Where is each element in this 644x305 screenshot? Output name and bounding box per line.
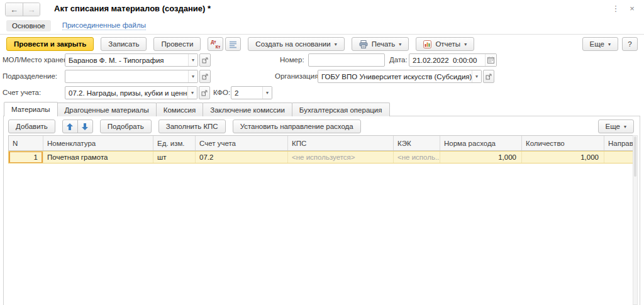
chevron-down-icon: ▾ xyxy=(399,42,401,47)
open-icon xyxy=(201,90,208,96)
mol-dropdown-icon[interactable]: ▾ xyxy=(188,54,197,66)
move-row-buttons xyxy=(62,119,93,133)
back-button[interactable]: ← xyxy=(6,3,23,16)
reports-button[interactable]: Отчеты▾ xyxy=(416,37,474,51)
date-label: Дата: xyxy=(389,56,408,64)
organization-field[interactable]: ГОБУ ВПО Университет искусств (Субсидия)… xyxy=(318,70,482,83)
kfo-label: КФО: xyxy=(213,89,230,96)
register-records-button[interactable] xyxy=(225,37,241,51)
close-button[interactable]: × xyxy=(626,3,638,14)
tab-materials[interactable]: Материалы xyxy=(4,102,58,116)
move-down-button[interactable] xyxy=(77,119,93,133)
header-separator xyxy=(0,34,644,35)
tab-main[interactable]: Основное xyxy=(6,20,51,31)
table-header-row: N Номенклатура Ед. изм. Счет учета КПС К… xyxy=(8,135,633,151)
materials-table: N Номенклатура Ед. изм. Счет учета КПС К… xyxy=(8,135,633,164)
cell-quantity[interactable]: 1,000 xyxy=(522,151,604,164)
pick-button[interactable]: Подобрать xyxy=(100,119,152,133)
add-row-button[interactable]: Добавить xyxy=(8,119,55,133)
account-dropdown-icon[interactable]: ▾ xyxy=(187,87,197,99)
calendar-icon[interactable] xyxy=(485,54,496,66)
organization-dropdown-icon[interactable]: ▾ xyxy=(472,70,481,82)
chevron-down-icon: ▾ xyxy=(608,42,611,47)
organization-label: Организация: xyxy=(275,72,321,80)
printer-icon xyxy=(359,40,368,48)
arrow-up-icon xyxy=(67,123,73,130)
cell-account[interactable]: 07.2 xyxy=(196,151,288,164)
account-open-button[interactable] xyxy=(199,86,210,99)
col-header-direction[interactable]: Направл xyxy=(604,136,633,150)
help-button[interactable]: ? xyxy=(622,37,638,51)
tab-accounting-operation[interactable]: Бухгалтерская операция xyxy=(292,103,390,116)
grid-more-button[interactable]: Еще▾ xyxy=(598,119,634,133)
kfo-field[interactable]: 2 ▾ xyxy=(231,86,272,99)
col-header-n[interactable]: N xyxy=(8,136,43,150)
scrollbar-thumb[interactable] xyxy=(634,136,636,177)
close-icon: × xyxy=(630,4,635,13)
account-field[interactable]: 07.2. Награды, призы, кубки и ценные под… xyxy=(65,86,197,99)
form-row-1: МОЛ/Место хранения: Баранов Ф. М. - Типо… xyxy=(0,53,644,67)
cell-nomenclature[interactable]: Почетная грамота xyxy=(43,151,153,164)
date-field[interactable]: 21.02.2022 0:00:00 xyxy=(409,53,497,67)
tab-precious-materials[interactable]: Драгоценные материалы xyxy=(57,103,157,116)
materials-tab-panel: Добавить Подобрать Заполнить КПС Установ… xyxy=(3,116,640,305)
department-label: Подразделение: xyxy=(3,72,57,80)
chevron-down-icon: ▾ xyxy=(464,42,467,47)
col-header-kps[interactable]: КПС xyxy=(288,136,394,150)
col-header-norm[interactable]: Норма расхода xyxy=(440,136,522,150)
tab-commission-conclusion[interactable]: Заключение комиссии xyxy=(203,103,292,116)
fill-kps-button[interactable]: Заполнить КПС xyxy=(158,119,226,133)
dtkt-icon: ДтКт xyxy=(211,40,220,49)
form-row-2: Подразделение: ▾ Организация: ГОБУ ВПО У… xyxy=(0,70,644,83)
chevron-down-icon: ▾ xyxy=(624,124,626,130)
create-based-on-button[interactable]: Создать на основании▾ xyxy=(248,37,344,51)
open-icon xyxy=(202,57,208,64)
table-vertical-scrollbar[interactable] xyxy=(633,135,638,305)
organization-open-button[interactable] xyxy=(483,70,494,83)
window-menu-button[interactable]: ⋮ xyxy=(610,3,621,14)
history-nav: ← → xyxy=(5,3,40,16)
cell-kek[interactable]: <не исполь... xyxy=(394,151,440,164)
post-and-close-button[interactable]: Провести и закрыть xyxy=(6,37,94,51)
arrow-down-icon xyxy=(82,123,88,130)
cell-norm[interactable]: 1,000 xyxy=(440,151,522,164)
col-header-quantity[interactable]: Количество xyxy=(522,136,604,150)
mol-field[interactable]: Баранов Ф. М. - Типография ▾ xyxy=(65,53,198,67)
department-dropdown-icon[interactable]: ▾ xyxy=(188,70,197,82)
grid-toolbar: Добавить Подобрать Заполнить КПС Установ… xyxy=(8,119,634,133)
doc-tab-strip: Материалы Драгоценные материалы Комиссия… xyxy=(4,102,640,116)
number-field[interactable] xyxy=(308,53,385,67)
department-field[interactable]: ▾ xyxy=(65,70,198,83)
post-button[interactable]: Провести xyxy=(153,37,201,51)
col-header-nomenclature[interactable]: Номенклатура xyxy=(43,136,153,150)
cell-kps[interactable]: <не используется> xyxy=(288,151,394,164)
print-button[interactable]: Печать▾ xyxy=(352,37,409,51)
cell-direction[interactable] xyxy=(604,151,633,164)
chevron-down-icon: ▾ xyxy=(335,42,337,47)
table-row[interactable]: 1 Почетная грамота шт 07.2 <не используе… xyxy=(8,151,633,164)
open-icon xyxy=(202,74,208,80)
forward-button[interactable]: → xyxy=(23,3,40,16)
show-postings-button[interactable]: ДтКт xyxy=(208,37,223,51)
mol-open-button[interactable] xyxy=(199,53,211,67)
tab-commission[interactable]: Комиссия xyxy=(156,103,204,116)
register-list-icon xyxy=(229,40,237,48)
department-open-button[interactable] xyxy=(199,70,211,83)
doc-icon-buttons: ДтКт xyxy=(208,37,241,51)
cell-unit[interactable]: шт xyxy=(153,151,196,164)
tab-attached-files[interactable]: Присоединенные файлы xyxy=(62,21,146,30)
move-up-button[interactable] xyxy=(62,119,78,133)
more-button[interactable]: Еще▾ xyxy=(582,37,618,51)
col-header-kek[interactable]: КЭК xyxy=(394,136,440,150)
open-icon xyxy=(486,74,492,80)
kfo-dropdown-icon[interactable]: ▾ xyxy=(262,87,272,99)
set-direction-button[interactable]: Установить направление расхода xyxy=(233,119,361,133)
command-bar-right: Еще▾ ? xyxy=(582,37,638,51)
save-button[interactable]: Записать xyxy=(101,37,147,51)
cell-n[interactable]: 1 xyxy=(8,151,43,164)
number-label: Номер: xyxy=(280,56,304,64)
col-header-unit[interactable]: Ед. изм. xyxy=(153,136,196,150)
forward-icon: → xyxy=(28,5,36,14)
col-header-account[interactable]: Счет учета xyxy=(196,136,288,150)
main-nav-tabs: Основное Присоединенные файлы xyxy=(6,19,146,32)
